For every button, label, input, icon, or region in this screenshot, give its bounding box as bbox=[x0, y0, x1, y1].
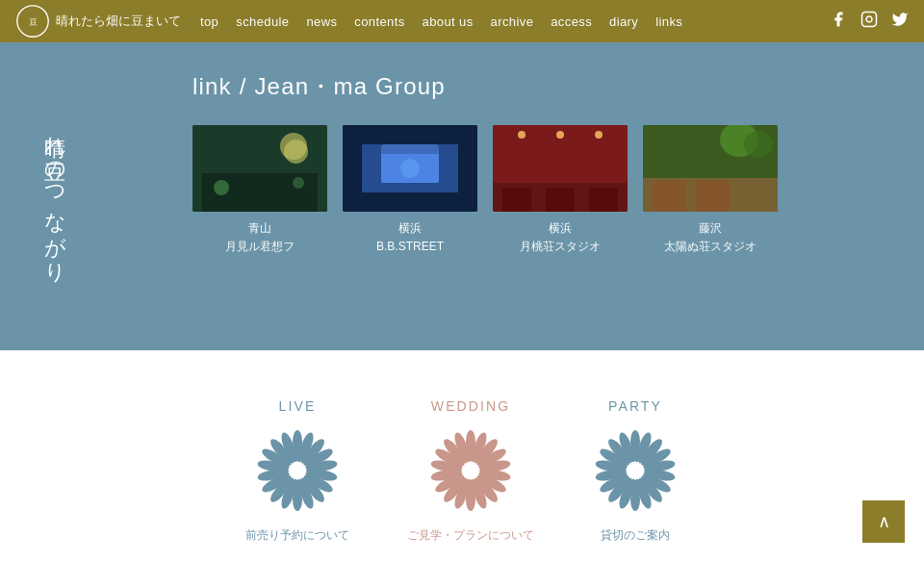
navigation: 豆 晴れたら畑に豆まいて top schedule news contents … bbox=[0, 0, 924, 42]
nav-links[interactable]: links bbox=[655, 14, 682, 29]
nav-access[interactable]: access bbox=[551, 14, 592, 29]
venue-name-aoyama: 月見ル君想フ bbox=[225, 238, 295, 256]
venues-grid: 青山 月見ル君想フ 横浜 B.B.STREET bbox=[192, 125, 886, 256]
service-live: LIVE /* petals generated below */ bbox=[245, 398, 349, 544]
svg-rect-11 bbox=[381, 154, 439, 183]
logo[interactable]: 豆 晴れたら畑に豆まいて bbox=[15, 4, 181, 38]
svg-rect-19 bbox=[546, 188, 575, 212]
page-title: link / Jean・ma Group bbox=[192, 71, 886, 102]
venue-name-fujisawa: 太陽ぬ荘スタジオ bbox=[664, 238, 757, 256]
venue-location-yokohama-bb: 横浜 bbox=[398, 219, 422, 238]
twitter-icon[interactable] bbox=[891, 11, 909, 32]
svg-rect-20 bbox=[589, 188, 618, 212]
venue-name-yokohama-tsuki: 月桃荘スタジオ bbox=[520, 238, 601, 256]
service-wedding-label: WEDDING bbox=[431, 398, 510, 414]
venue-location-fujisawa: 藤沢 bbox=[699, 219, 722, 238]
live-flower-svg: /* petals generated below */ bbox=[254, 427, 341, 514]
service-wedding: WEDDING bbox=[407, 398, 534, 544]
venue-name-yokohama-bb: B.B.STREET bbox=[376, 238, 444, 256]
svg-rect-26 bbox=[696, 181, 730, 212]
svg-point-17 bbox=[595, 131, 603, 139]
nav-diary[interactable]: diary bbox=[609, 14, 638, 29]
live-flower: /* petals generated below */ bbox=[254, 427, 341, 514]
venue-location-yokohama-tsuki: 横浜 bbox=[549, 219, 572, 238]
nav-top[interactable]: top bbox=[200, 14, 218, 29]
venue-image-yokohama-tsuki bbox=[493, 125, 628, 212]
svg-rect-18 bbox=[502, 188, 531, 212]
svg-point-8 bbox=[293, 177, 304, 189]
party-flower-svg bbox=[592, 427, 679, 514]
service-party-link[interactable]: 貸切のご案内 bbox=[601, 527, 670, 544]
svg-point-5 bbox=[280, 133, 307, 160]
main-section: 晴れ豆のつながり link / Jean・ma Group 青山 月見ル君想フ bbox=[0, 42, 924, 350]
svg-rect-25 bbox=[653, 181, 686, 212]
service-live-link[interactable]: 前売り予約について bbox=[245, 527, 349, 544]
nav-schedule[interactable]: schedule bbox=[236, 14, 289, 29]
svg-point-7 bbox=[214, 180, 229, 195]
svg-point-100 bbox=[466, 466, 475, 475]
nav-links: top schedule news contents about us arch… bbox=[200, 14, 830, 29]
venue-yokohama-bb[interactable]: 横浜 B.B.STREET bbox=[343, 125, 477, 256]
party-flower bbox=[592, 427, 679, 514]
nav-news[interactable]: news bbox=[306, 14, 337, 29]
vertical-text: 晴れ豆のつながり bbox=[38, 120, 72, 273]
services-section: LIVE /* petals generated below */ bbox=[0, 350, 924, 562]
facebook-icon[interactable] bbox=[830, 11, 847, 32]
venue-image-fujisawa bbox=[643, 125, 778, 212]
wedding-flower bbox=[427, 427, 514, 514]
svg-point-23 bbox=[744, 131, 773, 158]
service-party-label: PARTY bbox=[608, 398, 662, 414]
svg-point-16 bbox=[556, 131, 564, 139]
logo-text: 晴れたら畑に豆まいて bbox=[56, 13, 181, 30]
svg-rect-10 bbox=[362, 144, 458, 192]
svg-point-63 bbox=[293, 466, 302, 475]
venue-image-aoyama bbox=[192, 125, 327, 212]
service-wedding-link[interactable]: ご見学・プランについて bbox=[407, 527, 534, 544]
svg-point-12 bbox=[400, 159, 420, 178]
logo-icon: 豆 bbox=[15, 4, 50, 38]
nav-social bbox=[830, 11, 909, 32]
nav-about-us[interactable]: about us bbox=[423, 14, 474, 29]
service-live-label: LIVE bbox=[279, 398, 317, 414]
nav-archive[interactable]: archive bbox=[491, 14, 534, 29]
svg-rect-2 bbox=[862, 13, 877, 27]
service-party: PARTY bbox=[592, 398, 679, 544]
back-to-top-button[interactable]: ∧ bbox=[862, 500, 905, 543]
svg-text:豆: 豆 bbox=[29, 17, 38, 27]
venue-image-yokohama-bb bbox=[343, 125, 477, 212]
wedding-flower-svg bbox=[427, 427, 514, 514]
instagram-icon[interactable] bbox=[860, 11, 878, 32]
nav-contents[interactable]: contents bbox=[354, 14, 404, 29]
venue-location-aoyama: 青山 bbox=[248, 219, 271, 238]
venue-aoyama[interactable]: 青山 月見ル君想フ bbox=[192, 125, 327, 256]
svg-point-137 bbox=[630, 466, 640, 475]
svg-point-15 bbox=[518, 131, 526, 139]
venue-fujisawa[interactable]: 藤沢 太陽ぬ荘スタジオ bbox=[643, 125, 778, 256]
venue-yokohama-tsuki[interactable]: 横浜 月桃荘スタジオ bbox=[493, 125, 628, 256]
